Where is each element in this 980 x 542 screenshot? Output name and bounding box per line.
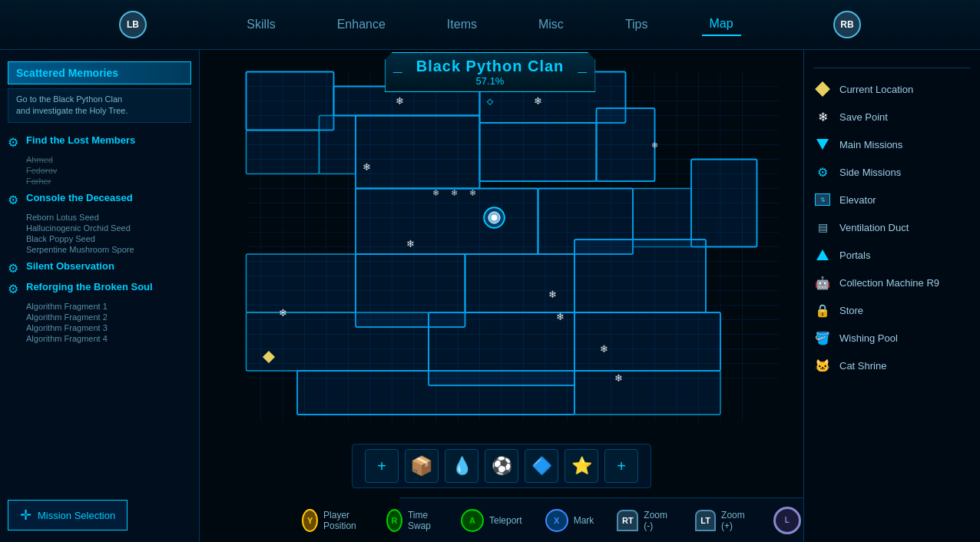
toolbar-btn-plus-right[interactable]: + [604, 449, 638, 483]
r-button[interactable]: R [386, 509, 402, 532]
legend-label-save-point: Save Point [839, 111, 888, 123]
legend-label-elevator: Elevator [839, 194, 876, 206]
nav-map[interactable]: Map [702, 13, 741, 36]
cat-shrine-icon: 🐱 [813, 356, 832, 375]
gem-icon: 🔷 [531, 456, 552, 476]
quest-sub-items-4: Algorithm Fragment 1 Algorithm Fragment … [26, 302, 191, 343]
mission-selection-button[interactable]: ✛ Mission Selection [8, 500, 127, 530]
quest-sub-frag3: Algorithm Fragment 3 [26, 323, 191, 332]
quest-reforging[interactable]: ⚙ Reforging the Broken Soul [8, 281, 191, 296]
toolbar-btn-box[interactable]: 📦 [405, 449, 439, 483]
lt-button[interactable]: LT [695, 510, 716, 531]
legend-cat-shrine: 🐱 Cat Shrine [813, 356, 971, 375]
svg-text:❄: ❄ [556, 311, 564, 322]
quest-sub-items-2: Reborn Lotus Seed Hallucinogenic Orchid … [26, 213, 191, 254]
zoom-out-label: Zoom (-) [644, 510, 672, 531]
nav-enhance[interactable]: Enhance [329, 14, 393, 35]
legend-label-store: Store [839, 305, 863, 316]
player-position-label: Player Position [323, 510, 363, 531]
map-percent: 57.1% [416, 75, 564, 87]
quest-console-deceased[interactable]: ⚙ Console the Deceased [8, 192, 191, 207]
legend-ventilation-duct: ▤ Ventilation Duct [813, 218, 971, 236]
toolbar-btn-ball[interactable]: ⚽ [485, 449, 518, 483]
nav-items-tab[interactable]: Items [439, 14, 485, 35]
mark-label: Mark [574, 515, 594, 526]
svg-text:❄: ❄ [432, 188, 439, 197]
legend-current-location: Current Location [813, 80, 971, 98]
svg-text:❄: ❄ [396, 95, 404, 107]
legend-collection-machine: 🤖 Collection Machine R9 [813, 273, 971, 292]
quest-title-3: Silent Observation [26, 260, 114, 272]
mission-sel-icon: ✛ [20, 507, 31, 524]
nav-tips[interactable]: Tips [617, 14, 656, 35]
control-zoom-out: RT Zoom (-) [617, 510, 672, 531]
svg-rect-17 [247, 312, 429, 371]
legend-store: 🔒 Store [813, 301, 971, 319]
l-button[interactable]: L [773, 507, 801, 534]
quest-sub-frag2: Algorithm Fragment 2 [26, 312, 191, 322]
lb-button[interactable]: LB [119, 11, 147, 38]
control-move: L Move [773, 507, 803, 534]
left-sidebar: Scattered Memories Go to the Black Pytho… [0, 50, 200, 542]
svg-text:❄: ❄ [406, 238, 415, 250]
toolbar-btn-drop[interactable]: 💧 [445, 449, 478, 483]
legend-portals: Portals [813, 246, 971, 264]
legend-label-current-location: Current Location [839, 84, 913, 95]
collection-machine-icon: 🤖 [813, 273, 832, 292]
mission-sel-label: Mission Selection [38, 510, 115, 521]
legend-label-ventilation-duct: Ventilation Duct [839, 222, 909, 233]
top-navigation: LB Skills Enhance Items Misc Tips Map RB [0, 0, 980, 50]
save-point-icon: ❄ [813, 107, 832, 126]
quest-sub-lotus: Reborn Lotus Seed [26, 213, 191, 222]
svg-point-83 [492, 215, 498, 221]
quest-sub-forher: Forher [26, 177, 191, 186]
control-zoom-in: LT Zoom (+) [695, 510, 750, 531]
svg-text:❄: ❄ [651, 140, 658, 150]
a-button[interactable]: A [461, 509, 484, 532]
ball-icon: ⚽ [492, 456, 512, 476]
legend-label-portals: Portals [839, 250, 870, 261]
control-player-position: Y Player Position [302, 509, 363, 532]
quest-find-lost[interactable]: ⚙ Find the Lost Members [8, 134, 191, 149]
quest-silent-observation[interactable]: ⚙ Silent Observation [8, 260, 191, 275]
ventilation-duct-icon: ▤ [813, 218, 832, 236]
toolbar-btn-gem[interactable]: 🔷 [525, 449, 558, 483]
toolbar-btn-star[interactable]: ⭐ [564, 449, 598, 483]
svg-rect-6 [356, 116, 480, 189]
rt-button[interactable]: RT [617, 510, 638, 531]
map-area[interactable]: ❄ ❄ ❄ ❄ ❄ ❄ ❄ ❄ ❄ ❄ ❄ ❄ ❄ + 📦 💧 [200, 50, 803, 542]
x-button[interactable]: X [545, 509, 568, 532]
mission-header: Scattered Memories [8, 61, 191, 84]
legend-save-point: ❄ Save Point [813, 107, 971, 126]
gear-icon-1: ⚙ [8, 135, 22, 149]
legend-label-side-missions: Side Missions [839, 167, 901, 178]
zoom-in-label: Zoom (+) [721, 510, 750, 531]
legend-main-missions: Main Missions [813, 135, 971, 154]
nav-skills[interactable]: Skills [239, 14, 283, 35]
wishing-pool-icon: 🪣 [813, 329, 832, 347]
gear-icon-3: ⚙ [8, 261, 22, 275]
map-title-area: Black Python Clan 57.1% ⬦ [385, 52, 596, 92]
y-button[interactable]: Y [302, 509, 318, 532]
time-swap-label: Time Swap [408, 510, 438, 531]
quest-title-4: Reforging the Broken Soul [26, 281, 153, 292]
map-svg: ❄ ❄ ❄ ❄ ❄ ❄ ❄ ❄ ❄ ❄ ❄ ❄ ❄ [200, 50, 803, 473]
control-mark: X Mark [545, 509, 594, 532]
quest-title-2: Console the Deceased [26, 192, 133, 203]
legend-elevator: ⇅ Elevator [813, 190, 971, 209]
map-chevron-icon: ⬦ [485, 91, 495, 109]
nav-misc[interactable]: Misc [531, 14, 571, 35]
mission-description: Go to the Black Python Clanand investiga… [8, 88, 191, 123]
legend-label-wishing-pool: Wishing Pool [839, 332, 898, 344]
quest-sub-ahmed: Ahmed [26, 155, 191, 164]
svg-rect-13 [247, 254, 356, 312]
quest-sub-mushroom: Serpentine Mushroom Spore [26, 245, 191, 254]
map-title: Black Python Clan [416, 58, 564, 75]
gear-icon-4: ⚙ [8, 282, 22, 296]
svg-text:❄: ❄ [451, 188, 458, 197]
quest-sub-poppy: Black Poppy Seed [26, 234, 191, 243]
quest-sub-orchid: Hallucinogenic Orchid Seed [26, 223, 191, 233]
toolbar-btn-plus-left[interactable]: + [365, 449, 399, 483]
rb-button[interactable]: RB [833, 11, 861, 38]
current-location-icon [813, 80, 832, 98]
